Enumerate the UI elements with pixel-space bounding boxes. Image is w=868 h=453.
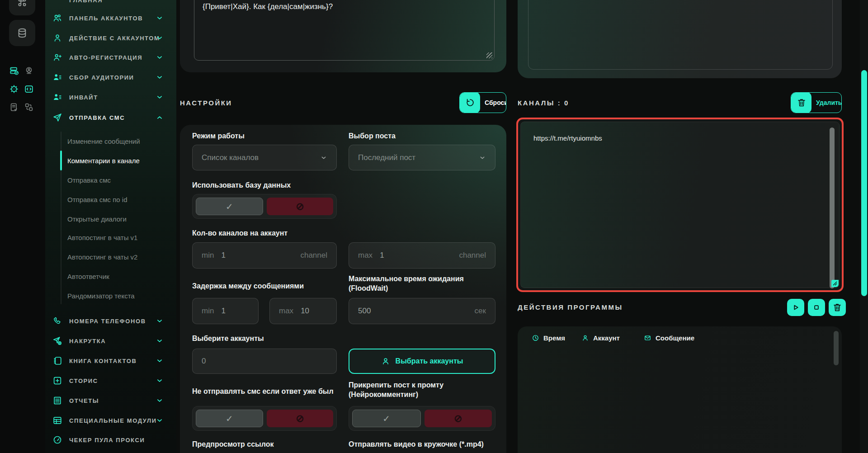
submenu-item-avtootvetchik[interactable]: Автоответчик: [67, 271, 109, 282]
active-item-indicator: [60, 151, 62, 170]
channels-min-input[interactable]: min 1 channel: [192, 242, 337, 269]
attach-post-no-button[interactable]: ⊘: [425, 410, 492, 427]
no-resend-no-button[interactable]: ⊘: [267, 410, 333, 427]
sidebar-item-storis[interactable]: СТОРИС: [52, 374, 164, 387]
app-window: ГЛАВНАЯ ПАНЕЛЬ АККАУНТОВ ДЕЙСТВИЕ С АККА…: [0, 0, 868, 453]
chevron-down-icon: [156, 416, 164, 425]
floodwait-input[interactable]: 500 сек: [349, 298, 495, 324]
sidebar-item-specialnye-moduli[interactable]: СПЕЦИАЛЬНЫЕ МОДУЛИ: [52, 414, 164, 427]
delay-min-input[interactable]: min 1: [192, 298, 259, 324]
sidebar-item-otchety[interactable]: ОТЧЕТЫ: [52, 394, 164, 407]
sidebar-item-glavnaya[interactable]: ГЛАВНАЯ: [52, 0, 164, 7]
submenu-item-otkrytye-dialogi[interactable]: Открытые диалоги: [67, 213, 127, 224]
person-plus-icon: [52, 52, 62, 62]
play-icon: [791, 302, 801, 312]
reset-button[interactable]: Сбросить: [459, 92, 506, 113]
no-resend-toggle: ✓ ⊘: [192, 406, 337, 431]
phone-icon: [52, 316, 62, 326]
channels-textarea[interactable]: https://t.me/rtyuiomnbs: [520, 122, 840, 288]
chevron-down-icon: [156, 396, 164, 405]
person-icon: [581, 334, 589, 342]
mode-label: Режим работы: [192, 132, 245, 140]
paper-plane-icon: [52, 113, 62, 123]
trash-icon: [791, 92, 811, 113]
sidebar-item-cheker-pula-proksi[interactable]: ЧЕКЕР ПУЛА ПРОКСИ: [52, 433, 164, 447]
server-check-icon[interactable]: [9, 66, 19, 76]
submenu-item-randomizator-teksta[interactable]: Рандомизатор текста: [67, 290, 135, 301]
sidebar-item-nomera-telefonov[interactable]: НОМЕРА ТЕЛЕФОНОВ: [52, 314, 164, 328]
chevron-down-icon: [156, 317, 164, 325]
accounts-count-input[interactable]: 0: [192, 349, 337, 374]
scrollbar-thumb[interactable]: [834, 331, 839, 365]
clock-icon: [532, 334, 539, 342]
settings-card: Режим работы Список каналов Выбор поста …: [180, 125, 506, 453]
settings-title: НАСТРОЙКИ: [180, 99, 232, 107]
delay-max-input[interactable]: max 10: [269, 298, 337, 324]
message-textarea[interactable]: {Привет|Хай}. Как {дела|сам|жизнь}?: [194, 0, 495, 61]
attach-post-yes-button[interactable]: ✓: [352, 410, 421, 427]
reset-icon: [460, 92, 480, 113]
submenu-item-avtoposting-v2[interactable]: Автопостинг в чаты v2: [67, 251, 137, 262]
chevron-down-icon: [320, 154, 327, 161]
submenu-item-otpravka-sms[interactable]: Отправка смс: [67, 175, 111, 185]
channels-max-input[interactable]: max 1 channel: [349, 242, 495, 269]
resize-grip[interactable]: [831, 280, 839, 287]
sidebar-item-invayt[interactable]: ИНВАЙТ: [52, 90, 164, 104]
command-button[interactable]: [9, 0, 35, 15]
plus-square-icon: [52, 376, 62, 386]
post-select[interactable]: Последний пост: [349, 145, 495, 170]
chevron-down-icon: [156, 93, 164, 101]
choose-accounts-button[interactable]: Выбрать аккаунты: [349, 349, 495, 374]
sidebar-item-otpravka-sms[interactable]: ОТПРАВКА СМС: [52, 111, 164, 124]
attach-post-toggle: ✓ ⊘: [349, 406, 495, 431]
report-icon: [52, 396, 62, 406]
right-top-textarea[interactable]: [528, 0, 833, 70]
mail-icon: [644, 334, 651, 342]
submenu-item-izmenenie-soobshcheniy[interactable]: Изменение сообщений: [67, 136, 140, 146]
actions-title: ДЕЙСТВИЯ ПРОГРАММЫ: [518, 303, 623, 311]
use-db-yes-button[interactable]: ✓: [196, 198, 263, 215]
user-icon: [381, 357, 390, 366]
chevron-down-icon: [479, 154, 486, 161]
attach-post-label-line2: (Нейрокомментинг): [349, 391, 418, 399]
sidebar-item-deystvie-s-akkauntom[interactable]: ДЕЙСТВИЕ С АККАУНТОМ: [52, 31, 164, 45]
stop-button[interactable]: [808, 299, 825, 316]
book-icon: [52, 356, 62, 366]
sidebar-item-sbor-auditorii[interactable]: СБОР АУДИТОРИИ: [52, 71, 164, 84]
submenu-item-avtoposting-v1[interactable]: Автопостинг в чаты v1: [67, 232, 137, 243]
bot-gear-icon[interactable]: [9, 84, 19, 94]
video-circle-label: Отправлять видео в кружочке (*.mp4): [349, 440, 484, 448]
command-icon: [16, 0, 28, 8]
chevron-down-icon: [156, 357, 164, 365]
document-check-icon[interactable]: [9, 102, 19, 112]
submenu-item-otpravka-sms-po-id[interactable]: Отправка смс по id: [67, 194, 127, 205]
sidebar-item-panel-akkauntov[interactable]: ПАНЕЛЬ АККАУНТОВ: [52, 11, 164, 25]
sidebar-item-avto-registraciya[interactable]: АВТО-РЕГИСТРАЦИЯ: [52, 51, 164, 64]
page-scrollbar-thumb[interactable]: [861, 70, 867, 296]
sidebar-item-kniga-kontaktov[interactable]: КНИГА КОНТАКТОВ: [52, 354, 164, 368]
start-button[interactable]: [787, 299, 804, 316]
delete-channels-button[interactable]: Удалить: [791, 92, 842, 113]
chevron-down-icon: [156, 14, 164, 22]
submenu-item-kommentarii-v-kanale[interactable]: Комментарии в канале: [67, 155, 140, 166]
delay-label: Задержка между сообщениями: [192, 282, 304, 290]
message-text: {Привет|Хай}. Как {дела|сам|жизнь}?: [203, 2, 333, 11]
swap-icon[interactable]: [24, 102, 34, 112]
sidebar-item-nakrutka[interactable]: НАКРУТКА: [52, 334, 164, 348]
code-window-icon[interactable]: [24, 84, 34, 94]
chevron-up-icon: [156, 113, 164, 122]
column-header-message: Сообщение: [644, 334, 694, 342]
use-db-no-button[interactable]: ⊘: [267, 198, 333, 215]
trash-icon: [832, 302, 842, 312]
mode-select[interactable]: Список каналов: [192, 145, 337, 170]
floodwait-label-line2: (FloodWait): [349, 284, 388, 293]
no-resend-yes-button[interactable]: ✓: [196, 410, 263, 427]
sidebar-nav: ГЛАВНАЯ ПАНЕЛЬ АККАУНТОВ ДЕЙСТВИЕ С АККА…: [45, 0, 176, 453]
webcam-person-icon[interactable]: [24, 66, 34, 76]
resize-grip[interactable]: [486, 52, 492, 58]
database-button[interactable]: [9, 20, 35, 46]
scrollbar-thumb[interactable]: [830, 127, 835, 288]
column-header-account: Аккаунт: [581, 334, 620, 342]
gauge-icon: [52, 435, 62, 445]
clear-log-button[interactable]: [829, 299, 846, 316]
